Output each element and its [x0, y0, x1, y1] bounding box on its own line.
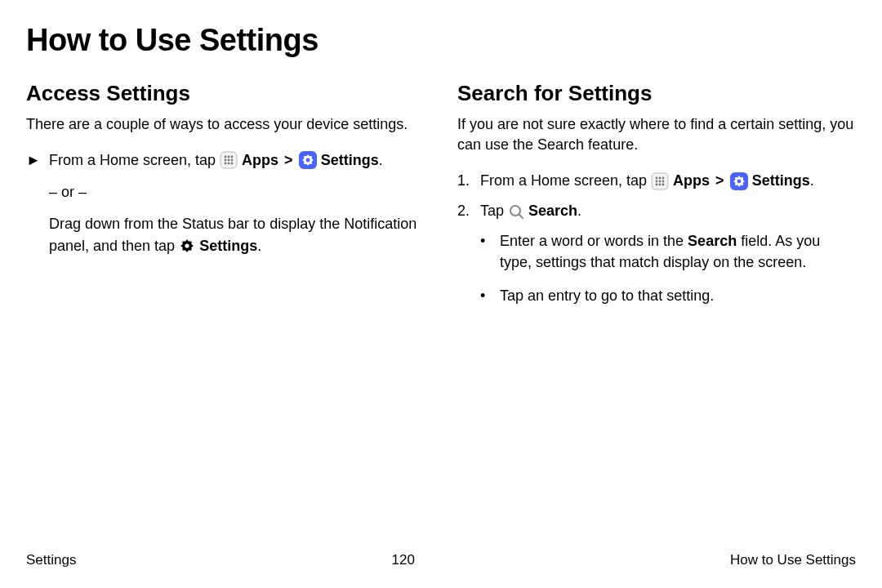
access-settings-intro: There are a couple of ways to access you… [26, 114, 425, 135]
svg-point-24 [737, 179, 741, 183]
bullet-dot-icon: • [480, 285, 500, 306]
search-step-1: 1. From a Home screen, tap [457, 170, 856, 192]
svg-point-20 [656, 183, 658, 185]
chevron: > [284, 152, 293, 168]
or-text: – or – [49, 181, 425, 203]
svg-line-26 [519, 214, 523, 218]
search-settings-intro: If you are not sure exactly where to fin… [457, 114, 856, 155]
footer-page-number: 120 [392, 552, 415, 568]
bullet-item: • Tap an entry to go to that setting. [480, 285, 856, 306]
search-icon [508, 203, 524, 220]
svg-point-1 [225, 156, 227, 158]
svg-point-9 [231, 163, 234, 165]
sub-bullets: • Enter a word or words in the Search fi… [480, 230, 856, 305]
svg-point-7 [225, 163, 227, 165]
alt-method-text: Drag down from the Status bar to display… [49, 213, 425, 257]
period: . [577, 203, 581, 219]
settings-label: Settings [321, 152, 379, 168]
content-columns: Access Settings There are a couple of wa… [26, 81, 856, 326]
svg-point-15 [659, 176, 662, 179]
manual-page: How to Use Settings Access Settings Ther… [0, 0, 882, 588]
settings-label: Settings [752, 172, 810, 189]
apps-label: Apps [242, 152, 278, 168]
apps-icon [651, 172, 669, 190]
search-step-2: 2. Tap Search. [457, 200, 856, 317]
svg-point-21 [659, 183, 662, 185]
svg-point-18 [659, 180, 662, 182]
step-text: Tap [480, 203, 508, 219]
svg-point-2 [228, 156, 230, 158]
access-step-1: ► From a Home screen, tap [26, 149, 425, 267]
left-column: Access Settings There are a couple of wa… [26, 81, 425, 326]
bullet-item: • Enter a word or words in the Search fi… [480, 230, 856, 273]
step-number-2: 2. [457, 200, 480, 317]
svg-point-6 [231, 159, 234, 162]
apps-icon [220, 151, 238, 169]
svg-point-5 [228, 159, 230, 162]
apps-label: Apps [673, 172, 710, 189]
svg-point-4 [225, 159, 227, 162]
page-title: How to Use Settings [26, 23, 856, 58]
step-number-1: 1. [457, 170, 480, 192]
search-settings-heading: Search for Settings [457, 81, 856, 106]
svg-point-22 [662, 183, 665, 185]
page-footer: Settings 120 How to Use Settings [26, 552, 856, 568]
period: . [379, 152, 383, 168]
access-settings-heading: Access Settings [26, 81, 425, 106]
period: . [810, 172, 814, 189]
svg-point-3 [231, 156, 234, 158]
svg-point-16 [662, 176, 665, 179]
triangle-marker: ► [26, 149, 49, 267]
settings-gear-black-icon [179, 238, 195, 254]
bullet-dot-icon: • [480, 230, 500, 273]
svg-point-8 [228, 163, 230, 165]
chevron: > [715, 172, 724, 189]
svg-point-12 [185, 244, 189, 248]
search-label: Search [528, 203, 577, 219]
svg-point-11 [305, 158, 310, 163]
step-text: From a Home screen, tap [480, 172, 651, 189]
svg-point-19 [662, 180, 665, 182]
settings-gear-blue-icon [299, 151, 317, 169]
svg-point-14 [656, 176, 658, 179]
right-column: Search for Settings If you are not sure … [457, 81, 856, 326]
footer-left: Settings [26, 552, 76, 568]
footer-right: How to Use Settings [730, 552, 856, 568]
settings-gear-blue-icon [730, 172, 748, 190]
step-text: From a Home screen, tap [49, 152, 220, 168]
svg-point-17 [656, 180, 658, 182]
